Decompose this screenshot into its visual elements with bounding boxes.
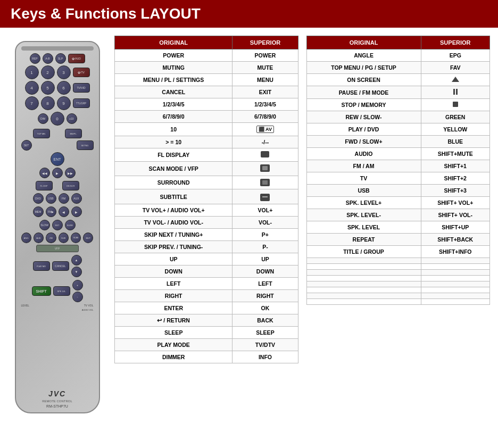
superior-cell: OK [233, 302, 298, 314]
superior-cell: YELLOW [421, 123, 489, 136]
table-row: UPUP [115, 253, 298, 266]
tuning-minus-btn[interactable]: ◀ [59, 206, 69, 217]
original-cell [306, 270, 421, 276]
muting-btn[interactable]: MUT [83, 233, 93, 243]
remote-model: RM-STHP7U [46, 404, 68, 408]
table2: ORIGINAL SUPERIOR ANGLEEPGTOP MENU / PG … [306, 36, 491, 413]
zoom-btn[interactable]: ZM [46, 233, 56, 243]
superior-cell: P- [233, 241, 298, 253]
original-cell: SLEEP [115, 327, 233, 339]
superior-cell [421, 293, 489, 299]
level-up-btn[interactable]: + [72, 280, 83, 291]
subtitle-btn[interactable]: SUB [59, 233, 69, 243]
table-row: RIGHTRIGHT [115, 290, 298, 302]
shift-btn[interactable]: SHIFT [32, 286, 51, 296]
table-row: SPK. LEVEL+SHIFT+ VOL+ [306, 197, 490, 209]
next-btn[interactable]: ▶▶ [65, 168, 76, 178]
btn-2[interactable]: 2 [41, 65, 55, 79]
btn-4[interactable]: 4 [25, 81, 39, 95]
table-row: FM / AMSHIFT+1 [306, 160, 490, 172]
original-cell: DOWN [115, 266, 233, 278]
setting-btn[interactable]: SETNG [77, 140, 94, 150]
original-cell: FL DISPLAY [115, 148, 233, 162]
original-cell: REW / SLOW- [306, 111, 421, 123]
mem-btn[interactable]: MEM [33, 206, 44, 217]
tuning-plus-btn[interactable]: ▶ [71, 206, 82, 217]
table1: ORIGINAL SUPERIOR POWERPOWERMUTINGMUTEME… [114, 36, 298, 413]
tvch-down-btn[interactable]: ▼ [71, 267, 82, 277]
remote-top-bar [21, 46, 94, 51]
enter-btn[interactable]: ENT [51, 152, 64, 166]
dimmer-btn[interactable]: DIM [38, 113, 48, 124]
btn-7[interactable]: 7 [25, 96, 39, 110]
slow-btn[interactable]: SLOW [39, 220, 50, 230]
original-cell: > = 10 [115, 136, 233, 148]
btn-0[interactable]: 0 [51, 112, 64, 126]
sleep-btn[interactable]: SLP [55, 53, 66, 64]
btn-8[interactable]: 8 [41, 96, 55, 110]
subtitle-icon [260, 194, 270, 201]
table-row: DIMMERINFO [115, 351, 298, 363]
scan-icon [260, 164, 270, 172]
remote-image: REP A-B SLP ⏻/AUD 1 2 3 ⏻/TV 4 5 6 TV/VI… [8, 36, 106, 413]
superior-cell: ⬛ AV [233, 123, 298, 136]
angle-btn[interactable]: ANG [21, 233, 31, 243]
level-label: LEVEL [21, 304, 30, 307]
tvvideo-btn[interactable]: TV/VID [73, 83, 90, 93]
superior-cell: POWER [233, 49, 298, 62]
table-row [306, 270, 490, 276]
table-row [306, 299, 490, 305]
table2-col1-header: ORIGINAL [306, 36, 421, 49]
table-row: FL DISPLAY [115, 148, 298, 162]
table-row: DOWNDOWN [115, 266, 298, 278]
aux-btn[interactable]: AUX [71, 193, 82, 204]
usb-btn[interactable]: USB [46, 193, 56, 204]
return-btn[interactable]: RET [52, 220, 63, 230]
playmode-btn[interactable]: PLAY MD [33, 261, 50, 271]
setup-btn[interactable]: SET [21, 140, 32, 151]
cancel-btn[interactable]: CANCEL [52, 261, 69, 271]
fldisplay-btn[interactable]: FL DSP [36, 181, 53, 190]
btn-3[interactable]: 3 [57, 65, 71, 79]
scanmode-btn[interactable]: SCAN [71, 233, 81, 243]
audio-btn[interactable]: AUD [34, 233, 44, 243]
superior-cell: P+ [233, 229, 298, 241]
btn-10plus[interactable]: ≥10 [67, 113, 77, 124]
table-row: MUTINGMUTE [115, 62, 298, 74]
surround-icon [260, 179, 270, 186]
original-cell [306, 258, 421, 264]
table-row: TV VOL+ / AUDIO VOL+VOL+ [115, 204, 298, 217]
repeat-btn[interactable]: REP [30, 53, 40, 64]
table-row: SPK. LEVEL-SHIFT+ VOL- [306, 209, 490, 221]
tvch-up-btn[interactable]: ▲ [71, 255, 82, 266]
original-cell: MENU / PL / SETTINGS [115, 74, 233, 86]
dvd-btn[interactable]: DVD [33, 193, 44, 204]
menupl-btn[interactable]: MN/PL [65, 129, 82, 138]
fmmode-btn[interactable]: FM▶ [46, 206, 56, 217]
play-btn[interactable]: ▶ [52, 168, 63, 178]
tables-container: ORIGINAL SUPERIOR POWERPOWERMUTINGMUTEME… [114, 36, 490, 413]
fl-icon [261, 151, 269, 157]
onscreen-btn[interactable]: ON SCR [62, 181, 79, 190]
original-cell: PLAY MODE [115, 339, 233, 351]
superior-cell: SHIFT+UP [421, 221, 489, 234]
topmenu-btn[interactable]: TOP MN [33, 129, 50, 138]
original-cell [306, 281, 421, 287]
abrpt-btn[interactable]: A-B [43, 53, 53, 64]
btn-5[interactable]: 5 [41, 81, 55, 95]
tv-btn[interactable]: ⏻/TV [73, 68, 90, 77]
original-cell: SCAN MODE / VFP [115, 162, 233, 176]
original-cell: POWER [115, 49, 233, 62]
surround-btn[interactable]: SURR [65, 220, 76, 230]
btn-6[interactable]: 6 [57, 81, 71, 95]
prev-btn[interactable]: ◀◀ [39, 168, 50, 178]
table-row [306, 293, 490, 299]
btn-1[interactable]: 1 [25, 65, 39, 79]
fmam-btn[interactable]: FM [59, 193, 69, 204]
power-audio-btn[interactable]: ⏻/AUD [68, 54, 85, 63]
original-cell: AUDIO [306, 148, 421, 160]
btn-9[interactable]: 9 [57, 96, 71, 110]
spklevel-btn[interactable]: SPK LVL [53, 286, 70, 296]
titlegroup-btn[interactable]: TTL/GRP [73, 98, 90, 108]
level-down-btn[interactable]: - [72, 292, 83, 302]
